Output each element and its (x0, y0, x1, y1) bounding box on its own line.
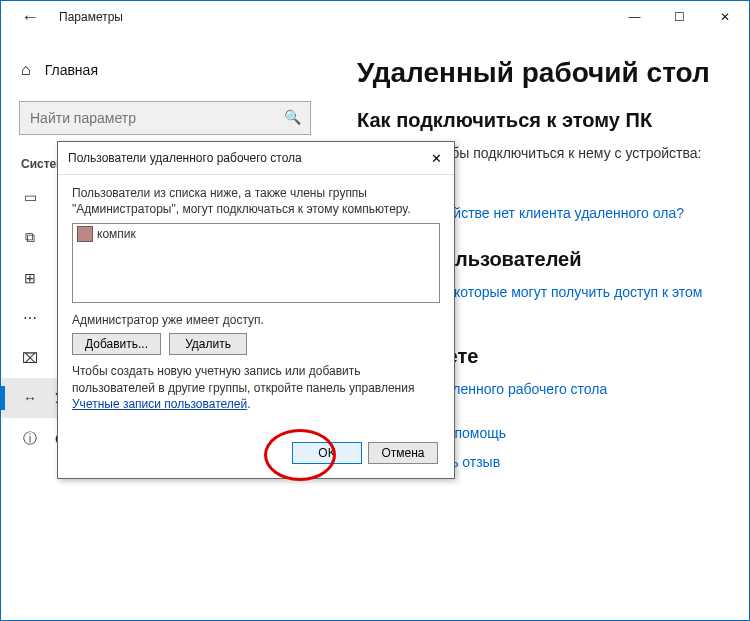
search-input[interactable] (19, 101, 311, 135)
nav-home[interactable]: ⌂ Главная (1, 53, 329, 87)
ok-button[interactable]: OK (292, 442, 362, 464)
minimize-button[interactable]: — (612, 1, 657, 33)
dialog-footnote: Чтобы создать новую учетную запись или д… (72, 363, 440, 412)
clipboard-icon: ⌧ (21, 350, 39, 366)
dialog-close-button[interactable]: ✕ (426, 148, 446, 168)
home-label: Главная (45, 62, 98, 78)
remote-desktop-icon: ↔ (21, 390, 39, 406)
user-accounts-link[interactable]: Учетные записи пользователей (72, 397, 247, 411)
dialog-description: Пользователи из списка ниже, а также чле… (72, 185, 440, 217)
heading-connect: Как подключиться к этому ПК (357, 109, 729, 132)
user-listbox[interactable]: компик (72, 223, 440, 303)
window-title: Параметры (59, 10, 123, 24)
multitask-icon: ⧉ (21, 229, 39, 246)
remove-button[interactable]: Удалить (169, 333, 247, 355)
cancel-button[interactable]: Отмена (368, 442, 438, 464)
admin-note: Администратор уже имеет доступ. (72, 313, 440, 327)
display-icon: ▭ (21, 189, 39, 205)
dialog-title: Пользователи удаленного рабочего стола (68, 151, 302, 165)
back-button[interactable]: ← (13, 3, 47, 32)
close-button[interactable]: ✕ (702, 1, 747, 33)
page-title: Удаленный рабочий стол (357, 57, 729, 89)
projecting-icon: ⊞ (21, 270, 39, 286)
add-button[interactable]: Добавить... (72, 333, 161, 355)
home-icon: ⌂ (21, 61, 31, 79)
user-list-item[interactable]: компик (75, 226, 437, 242)
user-name: компик (97, 227, 136, 241)
user-icon (77, 226, 93, 242)
about-icon: ⓘ (21, 430, 39, 448)
search-icon: 🔍 (284, 109, 301, 125)
shared-icon: ⋯ (21, 310, 39, 326)
maximize-button[interactable]: ☐ (657, 1, 702, 33)
remote-users-dialog: Пользователи удаленного рабочего стола ✕… (57, 141, 455, 479)
